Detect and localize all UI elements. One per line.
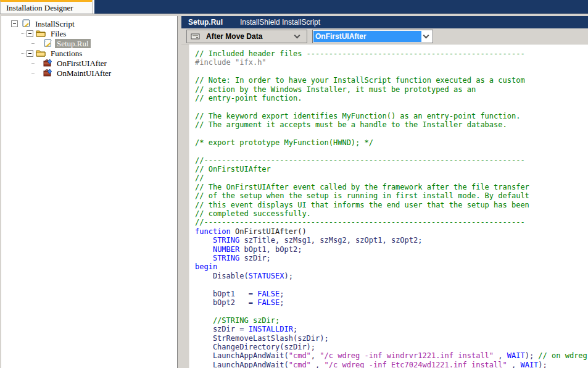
code-line: // action by the Windows Installer, it m… [195, 85, 588, 94]
code-line: // completed successfully. [195, 209, 588, 218]
code-line: bOpt1 = FALSE; [195, 290, 588, 298]
code-line: bOpt2 = FALSE; [195, 298, 588, 307]
top-tab-bar: Installation Designer [0, 0, 588, 14]
code-line: #include "ifx.h" [195, 58, 588, 67]
code-line [195, 280, 588, 289]
chevron-down-icon[interactable] [294, 32, 300, 38]
function-icon [42, 69, 52, 78]
tree-item-installscript[interactable]: InstallScript [1, 19, 177, 28]
tree-connector [31, 63, 35, 64]
tree-connector [21, 33, 25, 34]
code-line [195, 67, 588, 76]
event-dropdown-value: After Move Data [206, 32, 292, 41]
expand-toggle[interactable] [27, 50, 33, 57]
chevron-down-icon[interactable] [423, 32, 429, 38]
code-line: StrRemoveLastSlash(szDir); [195, 334, 588, 343]
tree-item-label: OnFirstUIAfter [55, 59, 109, 68]
code-line: // The keyword export identifies MyFunct… [195, 112, 588, 120]
panel-splitter[interactable] [177, 16, 181, 368]
code-line: // this event displays UI that informs t… [195, 201, 588, 209]
tree-item-label: Files [49, 29, 68, 38]
code-line: function OnFirstUIAfter() [195, 227, 588, 236]
script-icon [20, 19, 31, 28]
code-line: // [195, 174, 588, 182]
script-editor-panel: Setup.Rul InstallShield InstallScript Af… [181, 16, 588, 368]
code-line: Disable(STATUSEX); [195, 272, 588, 280]
tab-label: Installation Designer [6, 3, 73, 13]
code-line: STRING szDir; [195, 254, 588, 262]
code-line: //--------------------------------------… [195, 156, 588, 165]
code-line [195, 147, 588, 156]
code-line: //--------------------------------------… [195, 218, 588, 227]
tree-item-setup-rul[interactable]: Setup.Rul [1, 38, 177, 48]
tree-item-onfirstuiafter[interactable]: OnFirstUIAfter [1, 58, 177, 68]
tree-item-files[interactable]: Files [1, 28, 177, 38]
editor-toolbar: After Move Data OnFirstUIAfter [181, 28, 588, 44]
code-line [195, 307, 588, 316]
code-line: // Note: In order to have your InstallSc… [195, 76, 588, 85]
code-area: // Included header files ---------------… [181, 44, 588, 368]
tree-item-label: Functions [49, 49, 84, 58]
code-line: LaunchAppAndWait("cmd" , "/c wdreg -inf … [195, 361, 588, 368]
main-split: InstallScriptFilesSetup.RulFunctionsOnFi… [0, 16, 588, 368]
script-icon [42, 39, 52, 48]
expand-toggle[interactable] [11, 20, 18, 27]
code-line: //STRING szDir; [195, 316, 588, 325]
code-line: // of the setup when the setup is runnin… [195, 191, 588, 200]
tab-installation-designer[interactable]: Installation Designer [0, 0, 93, 14]
document-title: Setup.Rul [188, 18, 223, 27]
event-dropdown[interactable]: After Move Data [186, 30, 307, 43]
tree-item-functions[interactable]: Functions [1, 48, 177, 58]
code-line: STRING szTitle, szMsg1, szMsg2, szOpt1, … [195, 236, 588, 245]
function-dropdown[interactable]: OnFirstUIAfter [312, 30, 433, 43]
code-line [195, 102, 588, 111]
tree-item-onmaintuiafter[interactable]: OnMaintUIAfter [1, 68, 177, 78]
code-editor[interactable]: // Included header files ---------------… [189, 44, 588, 368]
function-icon [42, 59, 52, 68]
code-line: NUMBER bOpt1, bOpt2; [195, 245, 588, 254]
title-bar-fill [94, 0, 588, 14]
script-explorer-tree: InstallScriptFilesSetup.RulFunctionsOnFi… [0, 16, 177, 368]
code-line: ChangeDirectory(szDir); [195, 343, 588, 351]
folder-icon [36, 49, 46, 58]
document-header: Setup.Rul InstallShield InstallScript [181, 16, 588, 28]
expand-toggle[interactable] [27, 30, 33, 37]
code-line: LaunchAppAndWait("cmd", "/c wdreg -inf w… [195, 351, 588, 360]
tree-connector [31, 73, 35, 73]
code-line: // The argument it accepts must be a han… [195, 120, 588, 129]
code-line: // Included header files ---------------… [195, 49, 588, 58]
code-line: /* export prototype MyFunction(HWND); */ [195, 138, 588, 147]
function-dropdown-value: OnFirstUIAfter [313, 31, 421, 42]
document-subtitle: InstallShield InstallScript [240, 18, 320, 27]
tree-item-label: Setup.Rul [55, 39, 91, 48]
tree-item-label: InstallScript [33, 19, 77, 28]
code-line: // OnFirstUIAfter [195, 165, 588, 174]
tree-item-label: OnMaintUIAfter [55, 69, 113, 78]
code-line: begin [195, 262, 588, 271]
tree-connector [21, 53, 25, 54]
code-line [195, 130, 588, 138]
tree-connector [31, 43, 35, 44]
code-gutter [181, 44, 189, 368]
code-line: szDir = INSTALLDIR; [195, 325, 588, 333]
event-icon [190, 31, 201, 41]
code-line: // entry-point function. [195, 94, 588, 102]
code-line: // The OnFirstUIAfter event called by th… [195, 183, 588, 191]
folder-icon [36, 29, 46, 38]
